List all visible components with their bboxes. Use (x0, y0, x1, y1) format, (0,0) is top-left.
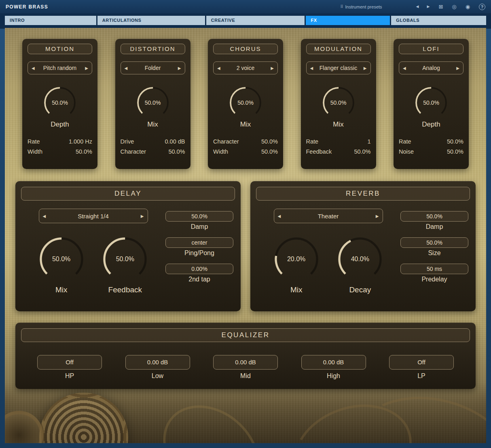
param-value[interactable]: 50.0% (168, 148, 185, 155)
prev-arrow-icon[interactable]: ◀ (403, 66, 406, 70)
reverb-decay-knob[interactable]: 40.0% (337, 236, 383, 283)
field-value[interactable]: 0.00 dB (213, 355, 278, 370)
lofi-preset-selector[interactable]: ◀ Analog ▶ (399, 61, 463, 74)
distortion-preset-selector[interactable]: ◀ Folder ▶ (121, 61, 185, 74)
field-value[interactable]: 50 ms (400, 264, 468, 274)
eq-mid-band: 0.00 dB Mid (213, 355, 278, 380)
knob-label: Mix (38, 285, 85, 294)
prev-arrow-icon[interactable]: ◀ (43, 214, 46, 218)
equalizer-bands: Off HP 0.00 dB Low 0.00 dB Mid 0.00 dB H… (21, 355, 470, 380)
reverb-left: ◀ Theater ▶ 20.0% Mix (256, 201, 400, 294)
field-value[interactable]: Off (389, 355, 454, 370)
reverb-preset-value: Theater (281, 213, 376, 220)
motion-preset-selector[interactable]: ◀ Pitch random ▶ (28, 61, 92, 74)
titlebar-controls: ⠿ Instrument presets ◀ ▶ ⊠ ◎ ◉ ? (340, 4, 485, 10)
modulation-preset-selector[interactable]: ◀ Flanger classic ▶ (306, 61, 371, 74)
eq-high-band: 0.00 dB High (301, 355, 366, 380)
delay-feedback-knob[interactable]: 50.0% (102, 236, 148, 283)
param-value[interactable]: 50.0% (447, 148, 463, 155)
reverb-damp-field: 50.0% Damp (400, 211, 468, 230)
modulation-title: MODULATION (306, 44, 371, 54)
next-arrow-icon[interactable]: ▶ (271, 66, 274, 70)
racks-row: DELAY ◀ Straight 1/4 ▶ 50.0% (5, 169, 486, 311)
next-arrow-icon[interactable]: ▶ (178, 66, 181, 70)
delay-preset-value: Straight 1/4 (46, 213, 141, 220)
tab-bar: INTRO ARTICULATIONS CREATIVE FX GLOBALS (0, 13, 491, 29)
delay-pingpong-field: center Ping/Pong (165, 237, 233, 257)
knob-label: Mix (213, 120, 278, 129)
modulation-preset-value: Flanger classic (313, 65, 364, 71)
delay-preset-selector[interactable]: ◀ Straight 1/4 ▶ (39, 209, 148, 223)
reverb-mix-knob[interactable]: 20.0% (273, 236, 320, 283)
prev-arrow-icon[interactable]: ◀ (217, 66, 220, 70)
field-label: Ping/Pong (165, 249, 233, 257)
motion-depth-knob[interactable]: 50.0% (43, 86, 77, 120)
knob-value: 50.0% (102, 236, 148, 283)
next-arrow-icon[interactable]: ▶ (376, 214, 379, 218)
field-value[interactable]: 50.0% (165, 211, 233, 222)
field-value[interactable]: 50.0% (400, 237, 468, 248)
next-arrow-icon[interactable]: ▶ (456, 66, 459, 70)
param-name: Character (121, 148, 146, 155)
lofi-title: LOFI (399, 44, 463, 54)
knob-value: 50.0% (414, 86, 448, 120)
param-row: Character 50.0% (213, 138, 278, 145)
reverb-decay-group: 40.0% Decay (337, 236, 383, 294)
chorus-module: CHORUS ◀ 2 voice ▶ 50.0% Mix Character 5… (208, 39, 283, 169)
knob-label: Depth (28, 120, 92, 129)
instrument-presets-button[interactable]: ⠿ Instrument presets (340, 4, 382, 9)
field-value[interactable]: 0.00 dB (125, 355, 190, 370)
background-artwork (5, 382, 486, 443)
settings-circle-icon[interactable]: ◎ (452, 4, 456, 9)
eye-icon[interactable]: ◉ (466, 4, 470, 9)
param-value[interactable]: 0.00 dB (165, 138, 185, 145)
prev-arrow-icon[interactable]: ◀ (310, 66, 313, 70)
field-value[interactable]: 50.0% (400, 211, 468, 222)
field-value[interactable]: center (165, 237, 233, 248)
next-arrow-icon[interactable]: ▶ (364, 66, 367, 70)
field-label: High (301, 372, 366, 380)
modulation-mix-knob[interactable]: 50.0% (322, 86, 356, 120)
chorus-preset-selector[interactable]: ◀ 2 voice ▶ (213, 61, 278, 74)
chorus-mix-knob[interactable]: 50.0% (229, 86, 262, 120)
distortion-mix-knob[interactable]: 50.0% (136, 86, 170, 120)
field-label: Low (125, 372, 190, 380)
knob-value: 20.0% (273, 236, 320, 283)
param-value[interactable]: 1.000 Hz (69, 138, 92, 145)
next-preset-button[interactable]: ▶ (427, 5, 430, 8)
param-name: Rate (28, 138, 40, 145)
swirl-decoration (145, 387, 277, 443)
param-value[interactable]: 50.0% (447, 138, 463, 145)
reverb-preset-selector[interactable]: ◀ Theater ▶ (274, 209, 383, 223)
delay-mix-knob[interactable]: 50.0% (38, 236, 85, 283)
small-ring-decoration (5, 411, 43, 443)
field-value[interactable]: 0.00 dB (301, 355, 366, 370)
param-row: Width 50.0% (28, 148, 92, 155)
lofi-depth-knob[interactable]: 50.0% (414, 86, 448, 120)
prev-arrow-icon[interactable]: ◀ (32, 66, 35, 70)
save-icon[interactable]: ⊠ (438, 4, 443, 9)
tab-globals[interactable]: GLOBALS (391, 16, 486, 25)
reverb-knobs: 20.0% Mix 40.0% Decay (256, 236, 400, 294)
param-value[interactable]: 50.0% (76, 148, 92, 155)
param-value[interactable]: 1 (367, 138, 370, 145)
param-value[interactable]: 50.0% (354, 148, 370, 155)
help-icon[interactable]: ? (479, 4, 485, 10)
next-arrow-icon[interactable]: ▶ (85, 66, 88, 70)
tab-intro[interactable]: INTRO (5, 16, 96, 25)
prev-arrow-icon[interactable]: ◀ (125, 66, 128, 70)
tab-fx[interactable]: FX (306, 16, 390, 25)
param-value[interactable]: 50.0% (261, 148, 278, 155)
distortion-params: Drive 0.00 dB Character 50.0% (121, 138, 185, 155)
field-value[interactable]: Off (37, 355, 102, 370)
param-value[interactable]: 50.0% (261, 138, 278, 145)
next-arrow-icon[interactable]: ▶ (141, 214, 144, 218)
tab-articulations[interactable]: ARTICULATIONS (97, 16, 205, 25)
prev-arrow-icon[interactable]: ◀ (278, 214, 281, 218)
field-label: Predelay (400, 276, 468, 283)
field-label: Damp (165, 223, 233, 230)
field-value[interactable]: 0.00% (165, 264, 233, 274)
prev-preset-button[interactable]: ◀ (416, 5, 419, 8)
knob-label: Depth (399, 120, 463, 129)
tab-creative[interactable]: CREATIVE (206, 16, 305, 25)
